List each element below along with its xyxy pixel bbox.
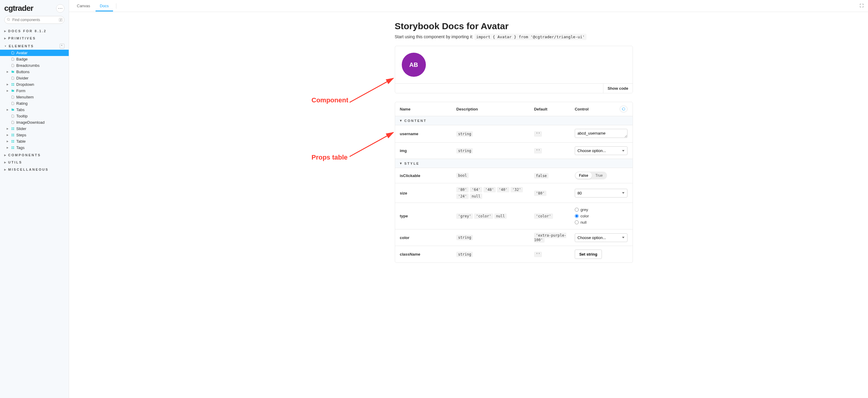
more-button[interactable]: ⋯ bbox=[56, 4, 64, 13]
sidebar-item-label: Tabs bbox=[16, 107, 24, 112]
props-group-content[interactable]: ▾CONTENT bbox=[395, 116, 632, 125]
svg-rect-21 bbox=[13, 148, 14, 149]
doc-icon bbox=[11, 51, 14, 55]
tab-canvas[interactable]: Canvas bbox=[73, 1, 94, 11]
color-select[interactable]: Choose option... bbox=[575, 233, 628, 242]
brand-logo: cgtrader bbox=[4, 4, 33, 13]
doc-icon bbox=[11, 64, 14, 67]
show-code-button[interactable]: Show code bbox=[603, 84, 632, 93]
sidebar-item-tooltip[interactable]: ▶Tooltip bbox=[0, 113, 69, 119]
nav-section-primitives[interactable]: ▶PRIMITIVES bbox=[0, 34, 69, 41]
annotation-props: Props table bbox=[312, 154, 348, 161]
sidebar-item-buttons[interactable]: ▶Buttons bbox=[0, 69, 69, 75]
nav-section-components[interactable]: ▶COMPONENTS bbox=[0, 151, 69, 158]
sidebar-item-label: Rating bbox=[16, 101, 28, 106]
sidebar: cgtrader ⋯ / ▶DOCS FOR 8.1.2 ▶PRIMITIVES… bbox=[0, 0, 69, 398]
doc-icon bbox=[11, 114, 14, 118]
sidebar-item-avatar[interactable]: ▶Avatar bbox=[0, 50, 69, 56]
sidebar-item-label: MenuItem bbox=[16, 95, 34, 99]
search-kbd-hint: / bbox=[59, 18, 63, 22]
main: Canvas Docs Component Props table Story bbox=[69, 0, 868, 398]
doc-icon bbox=[11, 95, 14, 99]
annotation-component: Component bbox=[312, 96, 348, 104]
col-name: Name bbox=[400, 107, 453, 111]
reset-controls-button[interactable] bbox=[620, 106, 627, 112]
type-radio-color[interactable]: color bbox=[575, 213, 628, 219]
comp-icon bbox=[11, 127, 14, 131]
preview-card: AB Show code bbox=[395, 46, 633, 93]
content-scroll[interactable]: Component Props table Storybook Docs for… bbox=[69, 12, 868, 398]
sidebar-item-badge[interactable]: ▶Badge bbox=[0, 56, 69, 62]
avatar-demo: AB bbox=[402, 53, 426, 77]
img-select[interactable]: Choose option... bbox=[575, 146, 628, 155]
sidebar-item-form[interactable]: ▶Form bbox=[0, 88, 69, 94]
doc-wrapper: Component Props table Storybook Docs for… bbox=[304, 21, 633, 263]
svg-line-22 bbox=[350, 78, 393, 102]
svg-rect-12 bbox=[11, 135, 12, 136]
nav-section-docs[interactable]: ▶DOCS FOR 8.1.2 bbox=[0, 27, 69, 34]
sidebar-item-slider[interactable]: ▶Slider bbox=[0, 126, 69, 132]
nav-tree: ▶DOCS FOR 8.1.2 ▶PRIMITIVES ▼ELEMENTS⌃ ▶… bbox=[0, 27, 69, 398]
arrow-icon bbox=[347, 129, 401, 160]
svg-rect-4 bbox=[11, 85, 12, 86]
sidebar-item-steps[interactable]: ▶Steps bbox=[0, 132, 69, 138]
search-wrapper: / bbox=[4, 16, 64, 24]
caret-right-icon: ▶ bbox=[7, 140, 9, 143]
fullscreen-icon[interactable] bbox=[860, 3, 864, 8]
type-radio-null[interactable]: null bbox=[575, 219, 628, 226]
comp-icon bbox=[11, 146, 14, 150]
svg-rect-9 bbox=[13, 129, 14, 130]
set-string-button[interactable]: Set string bbox=[575, 250, 602, 259]
sidebar-item-imagedownload[interactable]: ▶ImageDownload bbox=[0, 119, 69, 126]
caret-down-icon: ▾ bbox=[400, 119, 403, 123]
sidebar-item-breadcrumbs[interactable]: ▶Breadcrumbs bbox=[0, 62, 69, 69]
props-group-style[interactable]: ▾STYLE bbox=[395, 159, 632, 168]
size-select[interactable]: 80 bbox=[575, 189, 628, 198]
tab-docs[interactable]: Docs bbox=[96, 1, 113, 11]
sidebar-item-tabs[interactable]: ▶Tabs bbox=[0, 107, 69, 113]
sidebar-item-rating[interactable]: ▶Rating bbox=[0, 100, 69, 107]
prop-row-size: size '80''64''48''40''32''24'null '80' 8… bbox=[395, 184, 632, 203]
doc-icon bbox=[11, 76, 14, 80]
type-radio-group: grey color null bbox=[575, 206, 628, 226]
username-input[interactable]: abcd_username bbox=[575, 129, 628, 138]
sidebar-item-label: Buttons bbox=[16, 70, 30, 74]
sidebar-item-label: Dropdown bbox=[16, 82, 34, 87]
svg-rect-7 bbox=[13, 127, 14, 128]
type-radio-grey[interactable]: grey bbox=[575, 206, 628, 213]
props-table-header: Name Description Default Control bbox=[395, 102, 632, 116]
caret-right-icon: ▶ bbox=[4, 154, 7, 157]
toggle-true[interactable]: True bbox=[592, 172, 607, 179]
sidebar-item-divider[interactable]: ▶Divider bbox=[0, 75, 69, 81]
sidebar-item-label: Table bbox=[16, 139, 26, 143]
svg-rect-13 bbox=[13, 135, 14, 136]
nav-section-misc[interactable]: ▶MISCELLANEOUS bbox=[0, 165, 69, 172]
page-title: Storybook Docs for Avatar bbox=[395, 21, 633, 31]
caret-down-icon: ▼ bbox=[4, 45, 7, 47]
caret-right-icon: ▶ bbox=[4, 30, 7, 33]
topbar: Canvas Docs bbox=[69, 0, 868, 12]
search-input[interactable] bbox=[4, 16, 64, 24]
prop-row-isclickable: isClickable bool false False True bbox=[395, 168, 632, 184]
svg-rect-14 bbox=[11, 140, 12, 141]
prop-row-username: username string '' abcd_username bbox=[395, 125, 632, 143]
sidebar-item-menuitem[interactable]: ▶MenuItem bbox=[0, 94, 69, 100]
nav-section-utils[interactable]: ▶UTILS bbox=[0, 158, 69, 165]
sidebar-item-label: Slider bbox=[16, 127, 26, 131]
preview-footer: Show code bbox=[395, 84, 632, 93]
caret-right-icon: ▶ bbox=[7, 90, 9, 92]
sidebar-item-table[interactable]: ▶Table bbox=[0, 138, 69, 144]
toggle-false[interactable]: False bbox=[575, 172, 592, 179]
nav-section-elements[interactable]: ▼ELEMENTS⌃ bbox=[0, 41, 69, 50]
sidebar-item-dropdown[interactable]: ▶Dropdown bbox=[0, 81, 69, 88]
svg-rect-16 bbox=[11, 141, 12, 142]
sidebar-item-tags[interactable]: ▶Tags bbox=[0, 144, 69, 151]
caret-right-icon: ▶ bbox=[4, 161, 7, 164]
preview-body: AB bbox=[395, 46, 632, 84]
isclickable-toggle[interactable]: False True bbox=[575, 172, 607, 179]
caret-down-icon: ▾ bbox=[400, 161, 403, 165]
collapse-icon[interactable]: ⌃ bbox=[60, 44, 64, 48]
svg-rect-19 bbox=[13, 146, 14, 147]
svg-rect-18 bbox=[11, 146, 12, 147]
svg-rect-17 bbox=[13, 141, 14, 142]
